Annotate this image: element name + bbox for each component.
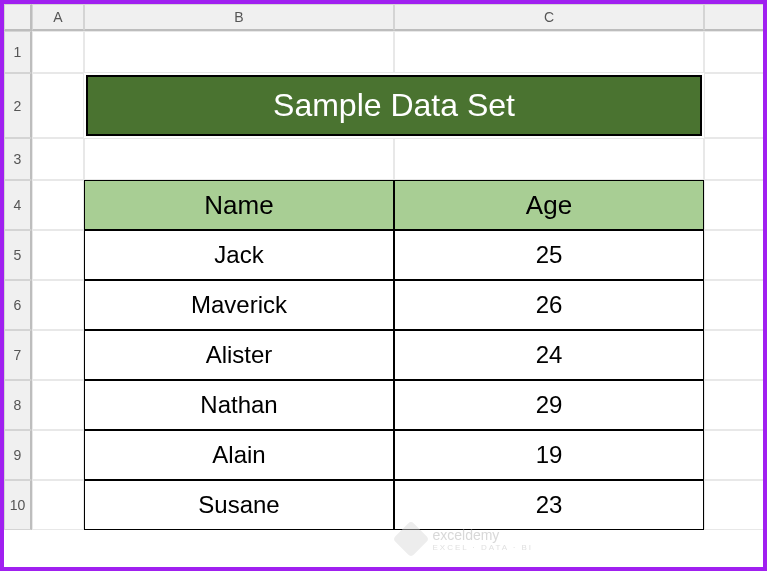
row-label: 6 bbox=[14, 297, 22, 313]
table-row[interactable]: Jack bbox=[84, 230, 394, 280]
cell-a6[interactable] bbox=[32, 280, 84, 330]
table-row[interactable]: 25 bbox=[394, 230, 704, 280]
col-label: B bbox=[234, 9, 243, 25]
row-label: 1 bbox=[14, 44, 22, 60]
cell-c3[interactable] bbox=[394, 138, 704, 180]
table-header-age[interactable]: Age bbox=[394, 180, 704, 230]
cell-d8[interactable] bbox=[704, 380, 764, 430]
cell-d7[interactable] bbox=[704, 330, 764, 380]
row-header-8[interactable]: 8 bbox=[4, 380, 32, 430]
cell-value: 25 bbox=[536, 241, 563, 269]
cell-d3[interactable] bbox=[704, 138, 764, 180]
table-row[interactable]: Alain bbox=[84, 430, 394, 480]
row-header-3[interactable]: 3 bbox=[4, 138, 32, 180]
table-row[interactable]: 29 bbox=[394, 380, 704, 430]
cell-a9[interactable] bbox=[32, 430, 84, 480]
table-row[interactable]: Susane bbox=[84, 480, 394, 530]
table-row[interactable]: Maverick bbox=[84, 280, 394, 330]
watermark-subtext: EXCEL · DATA · BI bbox=[432, 543, 533, 552]
cell-value: Maverick bbox=[191, 291, 287, 319]
row-label: 3 bbox=[14, 151, 22, 167]
column-header-c[interactable]: C bbox=[394, 4, 704, 31]
table-row[interactable]: 26 bbox=[394, 280, 704, 330]
cell-value: 19 bbox=[536, 441, 563, 469]
cell-d9[interactable] bbox=[704, 430, 764, 480]
row-label: 5 bbox=[14, 247, 22, 263]
spreadsheet-window: A B C 1 2 Sample Data Set 3 4 Name Age 5… bbox=[0, 0, 767, 571]
cell-value: Alain bbox=[212, 441, 265, 469]
cell-value: 23 bbox=[536, 491, 563, 519]
row-label: 7 bbox=[14, 347, 22, 363]
table-header-name[interactable]: Name bbox=[84, 180, 394, 230]
table-row[interactable]: Alister bbox=[84, 330, 394, 380]
cell-d1[interactable] bbox=[704, 31, 764, 73]
header-text: Age bbox=[526, 190, 572, 221]
column-header-a[interactable]: A bbox=[32, 4, 84, 31]
cell-a4[interactable] bbox=[32, 180, 84, 230]
row-header-6[interactable]: 6 bbox=[4, 280, 32, 330]
cell-d10[interactable] bbox=[704, 480, 764, 530]
cell-value: 29 bbox=[536, 391, 563, 419]
cell-d6[interactable] bbox=[704, 280, 764, 330]
cell-a3[interactable] bbox=[32, 138, 84, 180]
cell-c1[interactable] bbox=[394, 31, 704, 73]
row-header-7[interactable]: 7 bbox=[4, 330, 32, 380]
row-label: 8 bbox=[14, 397, 22, 413]
cell-value: Alister bbox=[206, 341, 273, 369]
cell-a2[interactable] bbox=[32, 73, 84, 138]
table-row[interactable]: 23 bbox=[394, 480, 704, 530]
row-label: 2 bbox=[14, 98, 22, 114]
row-label: 10 bbox=[10, 497, 26, 513]
column-header-blank[interactable] bbox=[704, 4, 764, 31]
cell-a5[interactable] bbox=[32, 230, 84, 280]
table-row[interactable]: 24 bbox=[394, 330, 704, 380]
table-row[interactable]: Nathan bbox=[84, 380, 394, 430]
cell-a8[interactable] bbox=[32, 380, 84, 430]
cell-value: 24 bbox=[536, 341, 563, 369]
cell-b1[interactable] bbox=[84, 31, 394, 73]
cell-value: 26 bbox=[536, 291, 563, 319]
title-text: Sample Data Set bbox=[273, 87, 515, 124]
spreadsheet-grid: A B C 1 2 Sample Data Set 3 4 Name Age 5… bbox=[4, 4, 763, 530]
title-banner[interactable]: Sample Data Set bbox=[86, 75, 702, 136]
row-header-5[interactable]: 5 bbox=[4, 230, 32, 280]
cell-b3[interactable] bbox=[84, 138, 394, 180]
col-label: A bbox=[53, 9, 62, 25]
row-header-1[interactable]: 1 bbox=[4, 31, 32, 73]
row-label: 9 bbox=[14, 447, 22, 463]
header-text: Name bbox=[204, 190, 273, 221]
row-header-2[interactable]: 2 bbox=[4, 73, 32, 138]
row-header-4[interactable]: 4 bbox=[4, 180, 32, 230]
row-header-10[interactable]: 10 bbox=[4, 480, 32, 530]
cell-value: Susane bbox=[198, 491, 279, 519]
row-header-9[interactable]: 9 bbox=[4, 430, 32, 480]
select-all-corner[interactable] bbox=[4, 4, 32, 31]
cell-a7[interactable] bbox=[32, 330, 84, 380]
cell-value: Nathan bbox=[200, 391, 277, 419]
row-label: 4 bbox=[14, 197, 22, 213]
cell-d2[interactable] bbox=[704, 73, 764, 138]
col-label: C bbox=[544, 9, 554, 25]
cell-d4[interactable] bbox=[704, 180, 764, 230]
cell-a1[interactable] bbox=[32, 31, 84, 73]
column-header-b[interactable]: B bbox=[84, 4, 394, 31]
table-row[interactable]: 19 bbox=[394, 430, 704, 480]
cell-value: Jack bbox=[214, 241, 263, 269]
cell-d5[interactable] bbox=[704, 230, 764, 280]
cell-a10[interactable] bbox=[32, 480, 84, 530]
